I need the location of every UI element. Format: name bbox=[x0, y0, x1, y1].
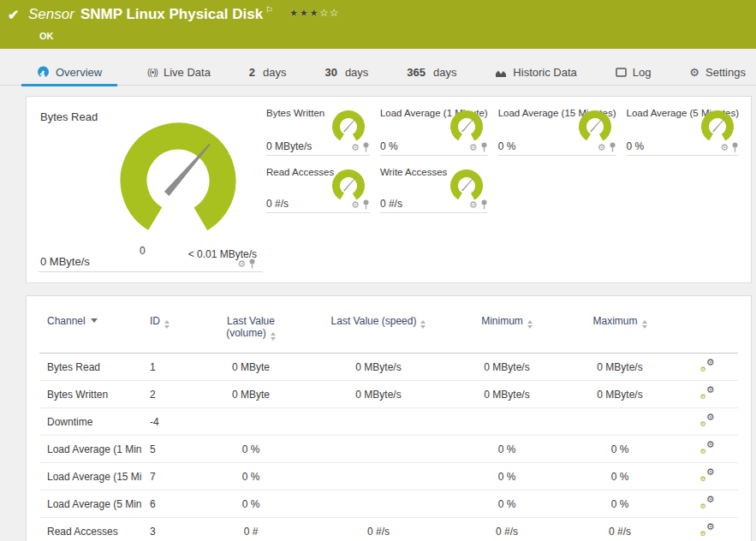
channel-id: 6 bbox=[142, 490, 195, 518]
gauge-title: Bytes Read bbox=[40, 110, 98, 123]
last-value-speed bbox=[307, 463, 450, 490]
pin-icon[interactable] bbox=[609, 142, 616, 152]
tab-log[interactable]: Log bbox=[607, 60, 660, 85]
last-value-speed bbox=[307, 436, 450, 463]
tab-label: days bbox=[263, 66, 286, 79]
gear-icon: ⚙ bbox=[689, 67, 699, 78]
minimum: 0 MByte/s bbox=[450, 381, 563, 408]
gauge-value: 0 % bbox=[380, 140, 398, 152]
column-header-maximum[interactable]: Maximum bbox=[563, 310, 676, 354]
column-header-actions bbox=[676, 310, 738, 354]
maximum: 0 MByte/s bbox=[563, 354, 676, 381]
last-value-volume: 0 % bbox=[195, 490, 307, 518]
maximum: 0 MByte/s bbox=[563, 381, 676, 408]
table-row: Load Average (15 Mi... 7 0 % 0 % 0 % ⚙⚙ bbox=[39, 463, 738, 490]
maximum: 0 % bbox=[563, 463, 676, 490]
tab-number: 2 bbox=[249, 66, 255, 79]
channel-settings-gear-icon[interactable]: ⚙ bbox=[598, 143, 606, 152]
channel-id: 1 bbox=[142, 354, 195, 381]
column-header-id[interactable]: ID bbox=[142, 310, 195, 354]
gauge-value: 0 MByte/s bbox=[266, 140, 312, 152]
column-header-last-value-volume[interactable]: Last Value (volume) bbox=[195, 310, 307, 354]
tab-label: Overview bbox=[56, 66, 102, 79]
table-row: Bytes Written 2 0 MByte 0 MByte/s 0 MByt… bbox=[39, 381, 738, 408]
status-check-icon: ✔ bbox=[8, 7, 19, 23]
sort-icon bbox=[164, 320, 170, 329]
tab-live-data[interactable]: ((•)) Live Data bbox=[139, 60, 219, 85]
channel-settings-gear-icon[interactable]: ⚙ bbox=[351, 143, 360, 152]
gauge-value: 0 % bbox=[627, 140, 645, 152]
gauge-read-accesses: Read Accesses 0 #/s ⚙ bbox=[266, 156, 370, 213]
tab-historic-data[interactable]: Historic Data bbox=[486, 60, 585, 85]
edit-channel-gears-icon[interactable]: ⚙⚙ bbox=[700, 442, 715, 454]
gauge-value: 0 MByte/s bbox=[40, 255, 90, 268]
gauge-value: 0 #/s bbox=[380, 198, 402, 210]
channel-name: Bytes Written bbox=[39, 381, 142, 408]
column-header-minimum[interactable]: Minimum bbox=[450, 310, 563, 354]
pin-icon[interactable] bbox=[480, 199, 488, 210]
edit-channel-gears-icon[interactable]: ⚙⚙ bbox=[700, 524, 715, 536]
edit-channel-gears-icon[interactable]: ⚙⚙ bbox=[700, 496, 715, 508]
channel-settings-gear-icon[interactable]: ⚙ bbox=[351, 200, 360, 210]
gauge-load-average-5-minutes: Load Average (5 Minutes) 0 % ⚙ bbox=[627, 104, 739, 156]
channel-settings-gear-icon[interactable]: ⚙ bbox=[469, 200, 478, 210]
tab-365-days[interactable]: 365 days bbox=[398, 60, 465, 85]
channel-name: Load Average (5 Min... bbox=[39, 490, 142, 518]
channel-settings-gear-icon[interactable]: ⚙ bbox=[469, 143, 478, 152]
tab-label: days bbox=[345, 66, 368, 79]
channel-id: 3 bbox=[142, 518, 195, 541]
tab-30-days[interactable]: 30 days bbox=[316, 60, 377, 85]
edit-channel-gears-icon[interactable]: ⚙⚙ bbox=[700, 387, 715, 399]
last-value-speed: 0 #/s bbox=[307, 518, 450, 541]
tab-2-days[interactable]: 2 days bbox=[241, 60, 295, 85]
sort-icon bbox=[271, 332, 276, 341]
channel-id: -4 bbox=[142, 408, 195, 436]
last-value-volume: 0 MByte bbox=[195, 381, 307, 408]
channel-name: Load Average (15 Mi... bbox=[39, 463, 142, 490]
pin-icon[interactable] bbox=[362, 199, 370, 210]
maximum bbox=[563, 408, 676, 436]
tab-overview[interactable]: Overview bbox=[21, 60, 117, 85]
channel-name: Load Average (1 Min... bbox=[39, 436, 142, 463]
sort-desc-icon bbox=[91, 318, 98, 323]
edit-channel-gears-icon[interactable]: ⚙⚙ bbox=[700, 414, 715, 426]
primary-gauge-bytes-read: Bytes Read 0 < 0.01 MByte/s 0 MByte/s ⚙ bbox=[39, 104, 263, 272]
sensor-title: SNMP Linux Physical Disk bbox=[80, 6, 263, 22]
pin-icon[interactable] bbox=[731, 142, 739, 152]
stars-filled-icon: ★★★ bbox=[289, 7, 319, 19]
channel-name: Bytes Read bbox=[39, 354, 142, 381]
area-chart-icon bbox=[495, 68, 507, 78]
pin-icon[interactable] bbox=[480, 142, 488, 152]
tab-label: Log bbox=[633, 66, 652, 79]
channel-settings-gear-icon[interactable]: ⚙ bbox=[237, 259, 246, 269]
gauges-panel: Bytes Read 0 < 0.01 MByte/s 0 MByte/s ⚙ … bbox=[26, 96, 752, 283]
maximum: 0 % bbox=[563, 436, 676, 463]
empty-cell bbox=[627, 156, 739, 213]
flag-icon[interactable]: ⚐ bbox=[265, 5, 273, 15]
minimum: 0 MByte/s bbox=[450, 354, 563, 381]
last-value-volume: 0 % bbox=[195, 463, 307, 490]
last-value-speed: 0 MByte/s bbox=[307, 354, 450, 381]
minimum bbox=[450, 408, 563, 436]
empty-cell bbox=[498, 156, 616, 213]
pin-icon[interactable] bbox=[362, 142, 370, 152]
channel-settings-gear-icon[interactable]: ⚙ bbox=[720, 143, 729, 152]
maximum: 0 #/s bbox=[563, 518, 676, 541]
column-header-channel[interactable]: Channel bbox=[39, 310, 142, 354]
broadcast-icon: ((•)) bbox=[147, 68, 158, 77]
priority-stars[interactable]: ★★★☆☆ bbox=[289, 7, 340, 19]
gauge-value: 0 % bbox=[498, 140, 516, 152]
tab-settings[interactable]: ⚙ Settings bbox=[681, 60, 754, 85]
last-value-volume: 0 % bbox=[195, 436, 307, 463]
status-badge: OK bbox=[39, 31, 54, 41]
pin-icon[interactable] bbox=[248, 259, 256, 269]
tab-number: 365 bbox=[407, 66, 426, 79]
edit-channel-gears-icon[interactable]: ⚙⚙ bbox=[700, 469, 715, 481]
column-header-last-value-speed[interactable]: Last Value (speed) bbox=[307, 310, 450, 354]
channel-id: 2 bbox=[142, 381, 195, 408]
minimum: 0 #/s bbox=[450, 518, 563, 541]
channel-id: 5 bbox=[142, 436, 195, 463]
edit-channel-gears-icon[interactable]: ⚙⚙ bbox=[700, 360, 715, 372]
sensor-status-banner: ✔ SensorSNMP Linux Physical Disk⚐ ★★★☆☆ … bbox=[0, 0, 756, 49]
minimum: 0 % bbox=[450, 490, 563, 518]
